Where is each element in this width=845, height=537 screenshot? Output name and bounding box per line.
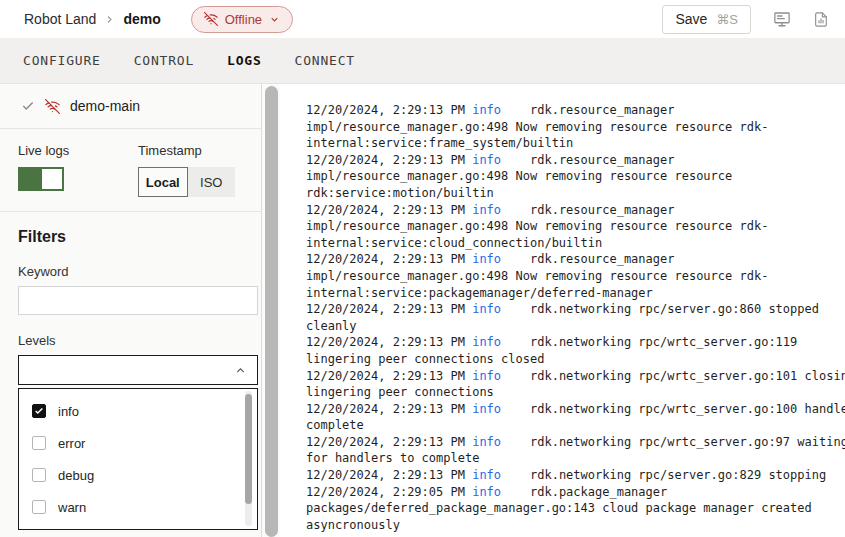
- log-level-badge: info: [472, 103, 501, 117]
- log-message: rdk.networking rpc/server.go:829 stoppin…: [501, 468, 826, 482]
- tab-bar: CONFIGURECONTROLLOGSCONNECT: [0, 38, 845, 84]
- level-checkbox[interactable]: [32, 468, 46, 482]
- log-level-badge: info: [472, 203, 501, 217]
- log-level-badge: info: [472, 335, 501, 349]
- log-time: 12/20/2024, 2:29:13 PM: [306, 153, 472, 167]
- chevron-up-icon: [234, 364, 247, 377]
- save-shortcut: ⌘S: [716, 12, 738, 27]
- level-option-label: debug: [58, 468, 94, 483]
- timestamp-segmented-control: LocalISO: [138, 167, 235, 197]
- log-entry: 12/20/2024, 2:29:13 PM info rdk.networki…: [306, 467, 845, 484]
- log-time: 12/20/2024, 2:29:13 PM: [306, 468, 472, 482]
- breadcrumb-current: demo: [123, 11, 160, 27]
- status-badge-label: Offline: [225, 12, 262, 27]
- check-icon: [21, 99, 35, 113]
- log-entry: 12/20/2024, 2:29:13 PM info rdk.resource…: [306, 102, 845, 152]
- log-time: 12/20/2024, 2:29:13 PM: [306, 252, 472, 266]
- log-entry: 12/20/2024, 2:29:13 PM info rdk.networki…: [306, 434, 845, 467]
- timestamp-label: Timestamp: [138, 143, 235, 158]
- levels-option-list: info error debug warn: [19, 395, 257, 523]
- log-time: 12/20/2024, 2:29:13 PM: [306, 103, 472, 117]
- filters-title: Filters: [18, 228, 258, 246]
- log-entry: 12/20/2024, 2:29:05 PM info rdk.package_…: [306, 484, 845, 534]
- logs-scrollbar: [262, 84, 280, 537]
- app-header: Robot Land demo Offline Save ⌘S: [0, 0, 845, 38]
- machine-monitor-icon[interactable]: [773, 10, 791, 28]
- part-name: demo-main: [70, 98, 140, 114]
- live-logs-label: Live logs: [18, 143, 138, 158]
- level-option-error[interactable]: error: [19, 427, 257, 459]
- log-level-badge: info: [472, 402, 501, 416]
- log-entry: 12/20/2024, 2:29:13 PM info rdk.networki…: [306, 368, 845, 401]
- wifi-off-icon: [204, 12, 218, 26]
- level-option-label: error: [58, 436, 85, 451]
- level-checkbox[interactable]: [32, 500, 46, 514]
- log-stream: 12/20/2024, 2:29:13 PM info rdk.resource…: [306, 102, 845, 533]
- chevron-down-icon: [269, 14, 280, 25]
- breadcrumb: Robot Land demo: [24, 11, 161, 27]
- levels-select[interactable]: [18, 355, 258, 385]
- part-row[interactable]: demo-main: [0, 84, 261, 129]
- log-time: 12/20/2024, 2:29:13 PM: [306, 302, 472, 316]
- timestamp-option-local[interactable]: Local: [138, 167, 188, 197]
- log-entry: 12/20/2024, 2:29:13 PM info rdk.networki…: [306, 301, 845, 334]
- save-button[interactable]: Save ⌘S: [662, 5, 751, 34]
- levels-label: Levels: [18, 333, 258, 348]
- log-level-badge: info: [472, 468, 501, 482]
- log-entry: 12/20/2024, 2:29:13 PM info rdk.resource…: [306, 152, 845, 202]
- level-option-info[interactable]: info: [19, 395, 257, 427]
- logs-filter-sidebar: demo-main Live logs Timestamp LocalISO F…: [0, 84, 262, 537]
- level-option-label: warn: [58, 500, 86, 515]
- log-time: 12/20/2024, 2:29:13 PM: [306, 335, 472, 349]
- dropdown-scrollbar-thumb[interactable]: [245, 394, 252, 504]
- log-time: 12/20/2024, 2:29:13 PM: [306, 203, 472, 217]
- tab-configure[interactable]: CONFIGURE: [23, 53, 101, 68]
- level-option-warn[interactable]: warn: [19, 491, 257, 523]
- level-checkbox[interactable]: [32, 404, 46, 418]
- logs-scrollbar-thumb[interactable]: [265, 86, 278, 537]
- live-logs-toggle[interactable]: [18, 167, 64, 191]
- tab-logs[interactable]: LOGS: [227, 53, 262, 68]
- log-time: 12/20/2024, 2:29:13 PM: [306, 435, 472, 449]
- log-entry: 12/20/2024, 2:29:13 PM info rdk.networki…: [306, 401, 845, 434]
- breadcrumb-root[interactable]: Robot Land: [24, 11, 96, 27]
- log-time: 12/20/2024, 2:29:13 PM: [306, 369, 472, 383]
- tab-connect[interactable]: CONNECT: [295, 53, 355, 68]
- log-time: 12/20/2024, 2:29:05 PM: [306, 485, 472, 499]
- save-button-label: Save: [675, 11, 707, 27]
- logs-panel: 12/20/2024, 2:29:13 PM info rdk.resource…: [280, 84, 845, 537]
- toggle-knob: [42, 169, 62, 189]
- log-level-badge: info: [472, 252, 501, 266]
- level-checkbox[interactable]: [32, 436, 46, 450]
- log-entry: 12/20/2024, 2:29:13 PM info rdk.networki…: [306, 334, 845, 367]
- wifi-off-icon: [45, 99, 60, 114]
- log-level-badge: info: [472, 435, 501, 449]
- log-entry: 12/20/2024, 2:29:13 PM info rdk.resource…: [306, 251, 845, 301]
- machine-status-badge[interactable]: Offline: [191, 6, 293, 33]
- log-level-badge: info: [472, 302, 501, 316]
- report-document-icon[interactable]: [813, 11, 829, 28]
- timestamp-option-iso[interactable]: ISO: [188, 167, 236, 197]
- keyword-label: Keyword: [18, 264, 258, 279]
- keyword-input[interactable]: [18, 286, 258, 315]
- log-level-badge: info: [472, 153, 501, 167]
- levels-dropdown: info error debug warn: [18, 388, 258, 530]
- log-entry: 12/20/2024, 2:29:13 PM info rdk.resource…: [306, 202, 845, 252]
- level-option-debug[interactable]: debug: [19, 459, 257, 491]
- log-controls: Live logs Timestamp LocalISO: [0, 129, 261, 212]
- log-level-badge: info: [472, 485, 501, 499]
- tab-control[interactable]: CONTROL: [134, 53, 194, 68]
- log-level-badge: info: [472, 369, 501, 383]
- log-time: 12/20/2024, 2:29:13 PM: [306, 402, 472, 416]
- filters-section: Filters Keyword Levels info error: [0, 212, 261, 530]
- chevron-right-icon: [105, 15, 114, 24]
- level-option-label: info: [58, 404, 79, 419]
